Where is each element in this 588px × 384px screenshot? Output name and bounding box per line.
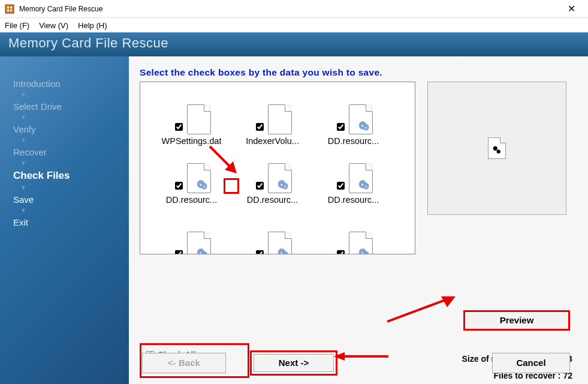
close-icon[interactable]: ✕ <box>559 4 583 14</box>
file-item[interactable]: DD.resourc... <box>313 146 394 205</box>
file-icon <box>349 104 373 134</box>
annotation-arrow <box>382 292 460 328</box>
chevron-down-icon: ▼ <box>13 89 129 100</box>
gear-icon <box>358 120 370 132</box>
window-title: Memory Card File Rescue <box>19 5 102 13</box>
next-button-highlight: Next -> <box>250 350 337 376</box>
file-name: DD.resourc... <box>247 195 298 205</box>
gear-icon <box>278 247 290 254</box>
step-check-files: Check Files <box>13 169 129 182</box>
file-icon <box>268 104 292 134</box>
step-select-drive: Select Drive <box>13 100 129 112</box>
file-item[interactable] <box>232 205 313 254</box>
file-checkbox[interactable] <box>175 250 183 254</box>
file-checkbox[interactable] <box>175 123 183 131</box>
file-checkbox[interactable] <box>337 182 345 190</box>
file-icon <box>349 163 373 193</box>
instruction-text: Select the check boxes by the data you w… <box>140 67 575 78</box>
cancel-button[interactable]: Cancel <box>492 353 570 373</box>
file-item[interactable] <box>313 205 394 254</box>
chevron-down-icon: ▼ <box>13 134 129 146</box>
gear-icon <box>358 247 370 254</box>
file-item[interactable]: IndexerVolu... <box>232 87 313 146</box>
step-introduction: Introduction <box>13 77 129 89</box>
gear-icon <box>491 145 502 155</box>
file-icon <box>268 163 292 193</box>
gear-icon <box>197 247 209 254</box>
file-list[interactable]: WPSettings.datIndexerVolu...DD.resourc..… <box>140 82 415 254</box>
file-icon <box>349 232 373 254</box>
svg-rect-1 <box>7 7 9 8</box>
file-name: DD.resourc... <box>328 136 379 146</box>
banner: Memory Card File Rescue <box>0 32 588 56</box>
file-checkbox[interactable] <box>256 123 264 131</box>
menu-bar: File (F) View (V) Help (H) <box>0 18 588 32</box>
menu-help[interactable]: Help (H) <box>78 21 107 30</box>
chevron-down-icon: ▼ <box>13 205 129 216</box>
file-checkbox[interactable] <box>337 250 345 254</box>
svg-point-12 <box>365 185 367 187</box>
svg-point-8 <box>203 185 205 187</box>
step-save: Save <box>13 193 129 205</box>
svg-rect-0 <box>5 5 14 13</box>
title-bar: Memory Card File Rescue ✕ <box>0 0 588 18</box>
svg-point-10 <box>284 185 286 187</box>
back-button[interactable]: <- Back <box>142 353 226 373</box>
svg-point-19 <box>493 146 497 151</box>
preview-placeholder <box>427 82 566 215</box>
chevron-down-icon: ▼ <box>13 157 129 169</box>
file-icon <box>187 232 211 254</box>
file-item[interactable]: DD.resourc... <box>313 87 394 146</box>
file-name: IndexerVolu... <box>246 136 299 146</box>
step-recover: Recover <box>13 146 129 157</box>
file-name: WPSettings.dat <box>162 136 222 146</box>
svg-marker-24 <box>441 296 456 307</box>
svg-point-6 <box>365 127 367 128</box>
file-icon <box>268 232 292 254</box>
file-checkbox[interactable] <box>256 250 264 254</box>
gear-icon <box>197 179 209 191</box>
app-icon <box>5 4 14 14</box>
preview-button[interactable]: Preview <box>463 310 570 331</box>
file-checkbox[interactable] <box>175 182 183 190</box>
next-button[interactable]: Next -> <box>254 354 334 372</box>
file-checkbox[interactable] <box>256 182 264 190</box>
gear-icon <box>358 179 370 191</box>
main-panel: Select the check boxes by the data you w… <box>129 56 588 384</box>
file-item[interactable]: DD.resourc... <box>151 146 232 205</box>
file-name: DD.resourc... <box>328 195 379 205</box>
step-exit: Exit <box>13 216 129 227</box>
wizard-sidebar: Introduction ▼ Select Drive ▼ Verify ▼ R… <box>0 56 129 384</box>
file-item[interactable]: WPSettings.dat <box>151 87 232 146</box>
menu-file[interactable]: File (F) <box>5 21 29 30</box>
file-name: DD.resourc... <box>166 195 217 205</box>
chevron-down-icon: ▼ <box>13 112 129 123</box>
banner-title: Memory Card File Rescue <box>8 35 168 50</box>
chevron-down-icon: ▼ <box>13 182 129 193</box>
svg-point-20 <box>497 150 500 154</box>
menu-view[interactable]: View (V) <box>39 21 68 30</box>
annotation-arrow <box>331 350 391 362</box>
file-item[interactable] <box>151 205 232 254</box>
file-icon <box>187 163 211 193</box>
svg-rect-3 <box>7 10 9 11</box>
file-item[interactable]: DD.resourc... <box>232 146 313 205</box>
svg-rect-4 <box>10 10 12 11</box>
file-icon <box>187 104 211 134</box>
svg-line-23 <box>387 299 448 322</box>
gear-icon <box>278 179 290 191</box>
file-checkbox[interactable] <box>337 123 345 131</box>
step-verify: Verify <box>13 123 129 134</box>
svg-rect-2 <box>10 7 12 8</box>
